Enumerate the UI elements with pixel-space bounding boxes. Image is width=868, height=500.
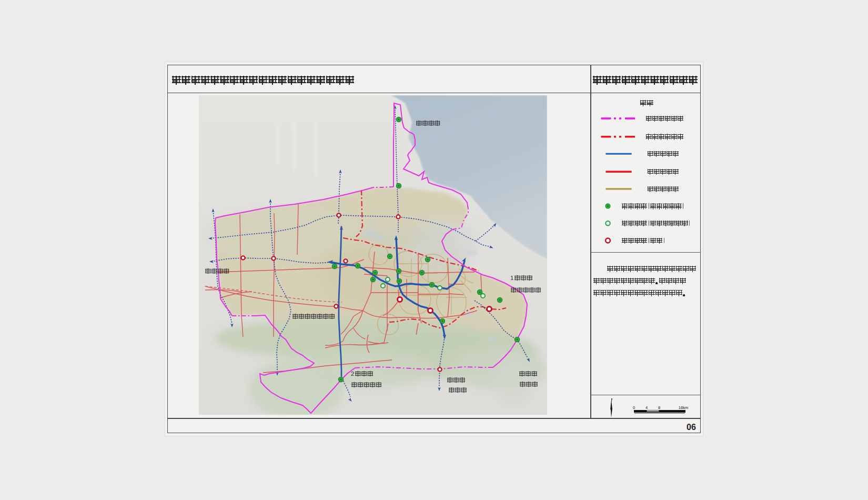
svg-text:1: 1	[510, 275, 513, 281]
svg-text:0: 0	[633, 405, 635, 410]
svg-text:2: 2	[351, 371, 354, 377]
svg-text:4: 4	[645, 405, 648, 410]
svg-text:16km: 16km	[679, 405, 688, 410]
svg-text:8: 8	[658, 405, 660, 410]
